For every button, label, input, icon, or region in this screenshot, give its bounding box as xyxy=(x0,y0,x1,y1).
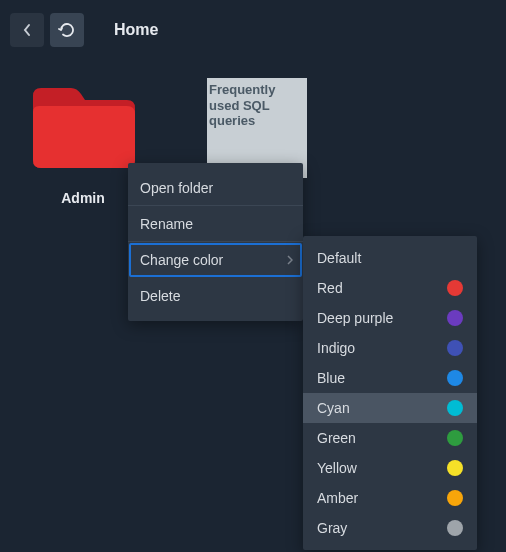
color-option-label: Amber xyxy=(317,490,358,506)
folder-icon xyxy=(27,84,139,172)
color-option-default[interactable]: Default xyxy=(303,243,477,273)
color-option-label: Yellow xyxy=(317,460,357,476)
color-swatch xyxy=(447,340,463,356)
header-bar: Home xyxy=(0,0,506,60)
refresh-icon xyxy=(58,21,76,39)
color-option-label: Cyan xyxy=(317,400,350,416)
chevron-right-icon xyxy=(287,252,293,268)
menu-item-delete[interactable]: Delete xyxy=(128,278,303,314)
color-option-indigo[interactable]: Indigo xyxy=(303,333,477,363)
color-option-label: Green xyxy=(317,430,356,446)
chevron-left-icon xyxy=(22,23,32,37)
color-swatch xyxy=(447,490,463,506)
page-title: Home xyxy=(114,21,158,39)
color-option-cyan[interactable]: Cyan xyxy=(303,393,477,423)
color-option-red[interactable]: Red xyxy=(303,273,477,303)
menu-item-rename[interactable]: Rename xyxy=(128,206,303,242)
color-swatch xyxy=(447,430,463,446)
back-button[interactable] xyxy=(10,13,44,47)
menu-item-label: Open folder xyxy=(140,180,213,196)
color-option-gray[interactable]: Gray xyxy=(303,513,477,543)
refresh-button[interactable] xyxy=(50,13,84,47)
color-swatch xyxy=(447,310,463,326)
color-submenu: DefaultRedDeep purpleIndigoBlueCyanGreen… xyxy=(303,236,477,550)
color-option-yellow[interactable]: Yellow xyxy=(303,453,477,483)
color-swatch xyxy=(447,520,463,536)
color-swatch xyxy=(447,400,463,416)
menu-item-change-color[interactable]: Change color xyxy=(128,242,303,278)
color-option-label: Blue xyxy=(317,370,345,386)
context-menu: Open folder Rename Change color Delete xyxy=(128,163,303,321)
color-option-amber[interactable]: Amber xyxy=(303,483,477,513)
color-option-blue[interactable]: Blue xyxy=(303,363,477,393)
color-swatch xyxy=(447,280,463,296)
menu-item-open-folder[interactable]: Open folder xyxy=(128,170,303,206)
menu-item-label: Change color xyxy=(140,252,223,268)
color-option-label: Default xyxy=(317,250,361,266)
color-swatch xyxy=(447,370,463,386)
menu-item-label: Delete xyxy=(140,288,180,304)
color-option-green[interactable]: Green xyxy=(303,423,477,453)
color-option-deep-purple[interactable]: Deep purple xyxy=(303,303,477,333)
tile-label: Admin xyxy=(61,190,105,206)
color-swatch xyxy=(447,460,463,476)
color-option-label: Deep purple xyxy=(317,310,393,326)
menu-item-label: Rename xyxy=(140,216,193,232)
color-option-label: Gray xyxy=(317,520,347,536)
color-option-label: Red xyxy=(317,280,343,296)
color-option-label: Indigo xyxy=(317,340,355,356)
